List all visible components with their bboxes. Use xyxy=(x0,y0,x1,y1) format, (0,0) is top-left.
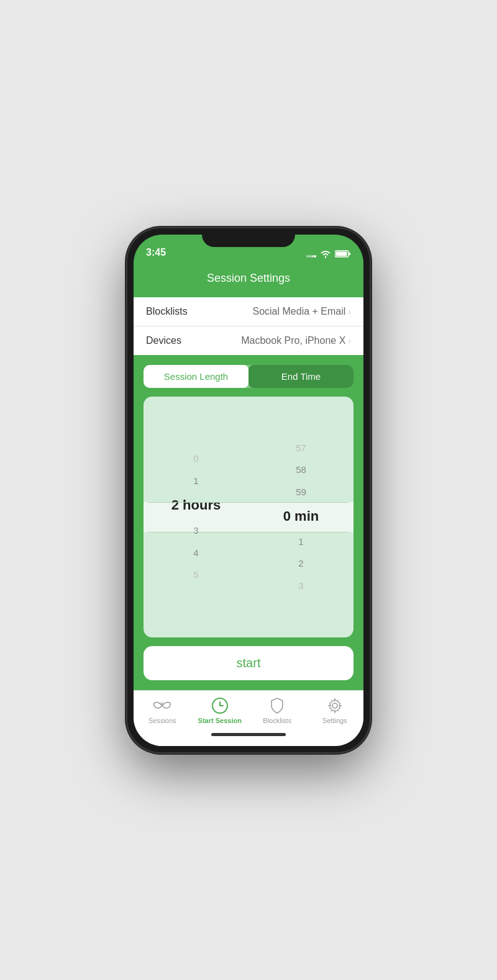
svg-point-3 xyxy=(314,255,316,258)
green-section: Session Length End Time 0 1 2 hours 3 4 xyxy=(134,355,363,690)
svg-point-12 xyxy=(332,703,337,708)
blocklists-row[interactable]: Blocklists Social Media + Email › xyxy=(134,297,363,326)
hours-item-5: 5 xyxy=(144,564,248,586)
mins-item-2: 2 xyxy=(248,552,353,575)
svg-point-2 xyxy=(311,255,314,258)
page-title: Session Settings xyxy=(207,272,290,284)
tab-session-length[interactable]: Session Length xyxy=(144,365,248,388)
battery-icon xyxy=(335,249,351,258)
start-session-icon xyxy=(211,697,229,714)
svg-point-0 xyxy=(306,255,309,258)
nav-settings[interactable]: Settings xyxy=(306,697,364,724)
hours-item-0: 0 xyxy=(144,447,248,470)
tab-end-time[interactable]: End Time xyxy=(248,365,353,388)
signal-icon xyxy=(306,250,316,258)
devices-value: Macbook Pro, iPhone X xyxy=(241,335,345,346)
start-button[interactable]: start xyxy=(144,646,353,680)
screen: 3:45 xyxy=(134,235,363,746)
devices-label: Devices xyxy=(146,335,181,346)
nav-start-session-label: Start Session xyxy=(198,717,242,724)
hours-item-1: 1 xyxy=(144,470,248,492)
home-indicator xyxy=(211,733,286,736)
mins-item-3: 3 xyxy=(248,575,353,597)
bottom-nav: Sessions Start Session xyxy=(134,690,363,746)
blocklists-icon xyxy=(268,697,286,714)
blocklists-value: Social Media + Email xyxy=(252,306,345,317)
hours-item-3: 3 xyxy=(144,519,248,542)
mins-item-1: 1 xyxy=(248,531,353,553)
devices-chevron-icon: › xyxy=(348,336,351,346)
settings-section: Blocklists Social Media + Email › Device… xyxy=(134,297,363,355)
devices-row[interactable]: Devices Macbook Pro, iPhone X › xyxy=(134,326,363,355)
nav-sessions-label: Sessions xyxy=(148,717,176,724)
nav-blocklists-label: Blocklists xyxy=(263,717,291,724)
nav-settings-label: Settings xyxy=(322,717,347,724)
svg-rect-6 xyxy=(336,251,347,256)
mins-item-58: 58 xyxy=(248,459,353,481)
header: Session Settings xyxy=(134,262,363,297)
status-icons xyxy=(306,249,351,258)
sessions-icon xyxy=(153,697,171,714)
time-picker[interactable]: 0 1 2 hours 3 4 5 57 58 59 0 min 1 xyxy=(144,397,353,637)
svg-rect-5 xyxy=(349,253,350,255)
hours-item-4: 4 xyxy=(144,542,248,564)
wifi-icon xyxy=(320,249,331,258)
tab-switcher: Session Length End Time xyxy=(144,365,353,388)
mins-item-selected: 0 min xyxy=(248,503,353,531)
blocklists-value-container: Social Media + Email › xyxy=(252,306,351,317)
blocklists-chevron-icon: › xyxy=(348,307,351,317)
hours-unit: hours xyxy=(183,497,221,513)
mins-item-57: 57 xyxy=(248,437,353,459)
nav-sessions[interactable]: Sessions xyxy=(134,697,191,724)
hours-item-selected: 2 hours xyxy=(144,492,248,519)
hours-column[interactable]: 0 1 2 hours 3 4 5 xyxy=(144,397,248,637)
devices-value-container: Macbook Pro, iPhone X › xyxy=(241,335,351,346)
svg-point-1 xyxy=(309,255,311,258)
picker-inner: 0 1 2 hours 3 4 5 57 58 59 0 min 1 xyxy=(144,397,353,637)
mins-unit: min xyxy=(294,508,319,524)
blocklists-label: Blocklists xyxy=(146,306,188,317)
mins-item-59: 59 xyxy=(248,481,353,503)
status-time: 3:45 xyxy=(146,247,166,258)
nav-start-session[interactable]: Start Session xyxy=(191,697,249,724)
notch xyxy=(202,228,295,247)
minutes-column[interactable]: 57 58 59 0 min 1 2 3 xyxy=(248,397,353,637)
phone-frame: 3:45 xyxy=(127,228,370,752)
settings-icon xyxy=(326,697,344,714)
nav-blocklists[interactable]: Blocklists xyxy=(248,697,306,724)
